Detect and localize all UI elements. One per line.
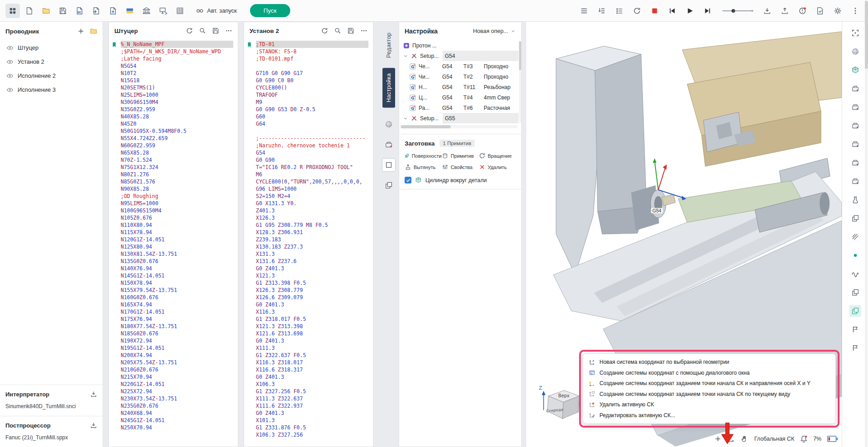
tailstock-button[interactable] — [849, 157, 861, 169]
export-nc-button[interactable] — [89, 4, 104, 18]
code-line[interactable]: X126.3 Z308.779 — [256, 287, 368, 294]
surfaces-button[interactable]: Поверхности — [405, 152, 442, 159]
menu-item-create-cs-current-view[interactable]: Создание системы координат заданием точк… — [586, 390, 833, 398]
code-line[interactable]: N105Z0.676 — [121, 214, 233, 221]
cs-cell[interactable]: G54 — [442, 105, 461, 111]
code-line[interactable]: N180X77.54Z-13.751 — [121, 323, 233, 330]
bookmark-icon[interactable] — [111, 42, 118, 48]
code-line[interactable]: N60G0Z2.959 — [121, 142, 233, 149]
code-line[interactable]: G54 — [256, 149, 368, 156]
code-line[interactable]: N185G0Z0.676 — [121, 330, 233, 337]
tool-cell[interactable]: T#11 — [463, 84, 481, 90]
add-item-icon[interactable] — [77, 28, 85, 35]
menu-item-new-cs-geometry[interactable]: Новая система координат по выбранной гео… — [586, 358, 833, 367]
save-project-button[interactable] — [56, 4, 70, 18]
skip-to-start-button[interactable] — [665, 4, 679, 18]
spline-button[interactable] — [849, 268, 861, 280]
code-line[interactable]: N215X70.94 — [121, 373, 233, 381]
search-icon[interactable] — [199, 27, 206, 34]
code-line[interactable]: N155X79.54Z-13.751 — [121, 287, 233, 294]
tool-cell[interactable]: T#4 — [463, 94, 481, 101]
code-line[interactable]: N175X76.94 — [121, 315, 233, 323]
code-line[interactable]: G1 Z318.017 F0.5 — [256, 315, 368, 323]
code-line[interactable]: N10T2 — [121, 70, 233, 77]
code-line[interactable]: G0 Z401.3 — [256, 373, 368, 381]
probe-button[interactable] — [849, 194, 861, 206]
tab-editor[interactable]: Редактор — [383, 29, 395, 61]
code-line[interactable]: N30G96S150M4 — [121, 99, 233, 106]
code-line[interactable] — [256, 62, 368, 70]
menu-item-delete-active-cs[interactable]: Удалить активную СК — [586, 400, 833, 409]
code-line[interactable]: G64 — [256, 120, 368, 127]
scrollbar-thumb[interactable] — [865, 1, 868, 69]
load-postprocessor-icon[interactable] — [90, 422, 97, 429]
tree-row-operation[interactable]: Ра... G54 T#6 Расточная — [399, 103, 519, 113]
code-line[interactable]: N220G1Z-14.051 — [121, 381, 233, 388]
skip-to-end-button[interactable] — [700, 4, 715, 18]
code-line[interactable]: N20SETMS(1) — [121, 84, 233, 91]
bookmark-icon[interactable] — [246, 42, 253, 48]
code-line[interactable]: X111.6 Z322.937 — [256, 402, 368, 409]
machine-sim-button[interactable] — [382, 138, 396, 151]
cs-cell[interactable]: G55 — [445, 115, 464, 122]
code-line[interactable]: G60 — [256, 113, 368, 120]
code-line[interactable]: G0 G90 C0 B0 — [256, 77, 368, 84]
refresh-icon[interactable] — [186, 27, 193, 34]
active-layers-button[interactable] — [849, 305, 861, 317]
new-document-button[interactable] — [22, 4, 37, 18]
code-line[interactable]: N85G0Z1.576 — [121, 178, 233, 185]
cs-cell[interactable]: G54 — [445, 53, 464, 59]
code-line[interactable]: Z239.183 — [256, 236, 368, 243]
code-line[interactable]: S2=150 M2=4 — [256, 193, 368, 200]
start-button[interactable]: Пуск — [250, 4, 290, 17]
code-line[interactable]: N120G1Z-14.051 — [121, 236, 233, 243]
code-line[interactable]: TRAFOOF — [256, 91, 368, 99]
code-line[interactable]: Z401.3 — [256, 207, 368, 214]
simulation-speed-slider[interactable] — [722, 4, 752, 18]
table-view-button[interactable] — [173, 4, 187, 18]
apps-grid-button[interactable] — [5, 4, 20, 18]
report-button[interactable] — [813, 4, 827, 18]
visibility-eye-icon[interactable] — [6, 72, 14, 80]
auto-run-toggle[interactable]: Авт. запуск — [196, 7, 237, 15]
settings-button[interactable] — [830, 4, 845, 18]
notifications-bell-icon[interactable] — [800, 435, 808, 443]
code-line[interactable]: ;TD-01 — [256, 41, 368, 48]
code-line[interactable]: X131.3 — [256, 250, 368, 258]
code-line[interactable]: G710 G0 G90 G17 — [256, 70, 368, 77]
more-menu-button[interactable] — [848, 4, 863, 18]
code-line[interactable]: N160G0Z0.676 — [121, 294, 233, 301]
code-line[interactable]: N115X78.94 — [121, 229, 233, 236]
more-options-icon[interactable] — [360, 27, 368, 34]
code-line[interactable]: M6 — [256, 171, 368, 178]
code-line[interactable]: N5G54 — [121, 62, 233, 70]
gcode-editor[interactable]: ;TD-01;STANOK: FS-8;TD-0101.mpf G710 G0 … — [244, 39, 373, 447]
code-line[interactable]: N230X73.54Z-13.751 — [121, 395, 233, 402]
code-line[interactable]: N135G0Z0.676 — [121, 258, 233, 265]
code-line[interactable]: G1 Z327.256 F0.5 — [256, 388, 368, 395]
chuck-button[interactable] — [849, 138, 861, 150]
code-line[interactable]: T="IC16 RE0.2 R PROXODNOJ TOOL" — [256, 164, 368, 171]
code-line[interactable]: G0 Z401.3 — [256, 301, 368, 308]
point-button[interactable] — [849, 249, 861, 261]
save-icon[interactable] — [347, 27, 354, 34]
code-line[interactable]: N55X4.724Z2.659 — [121, 135, 233, 142]
code-line[interactable]: X121.3 Z313.398 — [256, 323, 368, 330]
scrollbar-thumb[interactable] — [519, 41, 521, 70]
code-line[interactable]: N40X85.28 — [121, 113, 233, 120]
primitive-button[interactable]: Примитив — [442, 152, 479, 159]
banner-button[interactable] — [849, 342, 861, 354]
tree-row-operation[interactable]: Че... G54 T#3 Проходно — [399, 61, 519, 71]
refresh-icon[interactable] — [321, 27, 328, 34]
code-line[interactable]: CYCLE800() — [256, 84, 368, 91]
line-numbers-button[interactable] — [594, 4, 609, 18]
code-line[interactable]: N95LIMS=1000 — [121, 200, 233, 207]
vertical-scrollbar[interactable] — [865, 0, 868, 447]
code-line[interactable]: G0 G90 G53 D0 Z-0.5 — [256, 106, 368, 113]
tree-row-project[interactable]: Протон ... — [399, 40, 519, 51]
code-line[interactable]: ;---------------------------------- — [256, 135, 368, 142]
slider-thumb[interactable] — [731, 9, 735, 13]
unload-button[interactable] — [778, 4, 792, 18]
code-line[interactable]: ;STANOK: FS-8 — [256, 48, 368, 55]
code-line[interactable]: N250X70.94 — [121, 424, 233, 431]
